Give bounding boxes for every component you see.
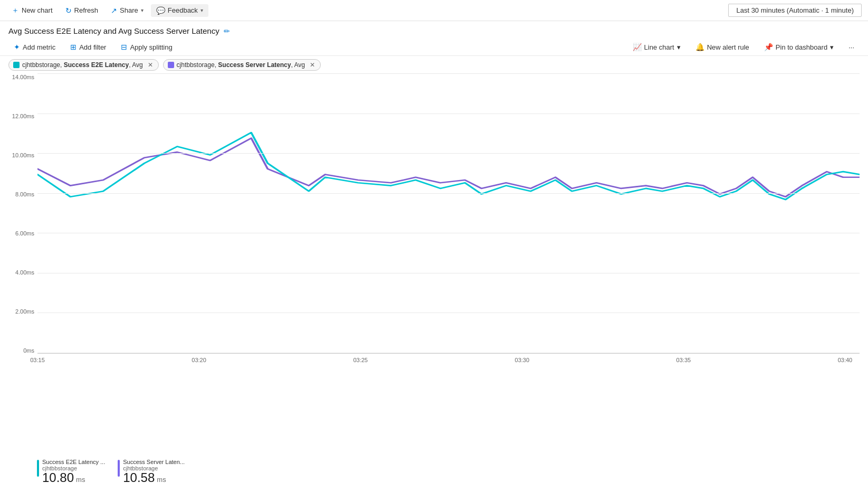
- refresh-icon: ↻: [65, 6, 72, 15]
- y-label-6: 6.00ms: [8, 230, 37, 236]
- toolbar: ＋ New chart ↻ Refresh ↗ Share ▾ 💬 Feedba…: [0, 0, 868, 21]
- plus-icon: ＋: [12, 6, 19, 15]
- chart-area: 0ms 2.00ms 4.00ms 6.00ms 8.00ms 10.00ms …: [8, 74, 860, 452]
- pill-close-e2e[interactable]: ✕: [148, 62, 153, 68]
- y-label-4: 4.00ms: [8, 269, 37, 276]
- pill-close-server[interactable]: ✕: [310, 62, 315, 68]
- legend-details-e2e: Success E2E Latency ... cjhtbbstorage 10…: [42, 459, 105, 486]
- pill-swatch-server: [168, 62, 174, 68]
- time-range-label: Last 30 minutes (Automatic · 1 minute): [736, 6, 854, 14]
- refresh-button[interactable]: ↻ Refresh: [60, 4, 104, 17]
- pill-text-e2e: cjhtbbstorage, Success E2E Latency, Avg: [22, 61, 143, 69]
- metric-controls: ✦ Add metric ⊞ Add filter ⊟ Apply splitt…: [0, 39, 868, 56]
- add-metric-icon: ✦: [14, 43, 20, 51]
- legend-details-server: Success Server Laten... cjhtbbstorage 10…: [123, 459, 185, 486]
- share-icon: ↗: [111, 6, 117, 15]
- x-label-0320: 03:20: [192, 357, 206, 363]
- line-chart-icon: 📈: [633, 43, 642, 51]
- metric-controls-right: 📈 Line chart ▾ 🔔 New alert rule 📌 Pin to…: [627, 41, 860, 53]
- feedback-label: Feedback: [168, 6, 198, 14]
- legend-swatch-server: [118, 460, 120, 477]
- x-label-0315: 03:15: [30, 357, 45, 363]
- metric-pills: cjhtbbstorage, Success E2E Latency, Avg …: [0, 56, 868, 74]
- feedback-button[interactable]: 💬 Feedback ▾: [151, 4, 208, 17]
- legend-value-server: 10.58: [123, 471, 155, 484]
- chart-svg: [37, 74, 860, 353]
- y-label-12: 12.00ms: [8, 113, 37, 119]
- feedback-icon: 💬: [156, 6, 165, 15]
- refresh-label: Refresh: [74, 6, 99, 14]
- chart-title: Avg Success E2E Latency and Avg Success …: [8, 26, 220, 35]
- grid-line-2: [37, 313, 860, 313]
- pin-caret: ▾: [830, 43, 834, 51]
- pin-to-dashboard-button[interactable]: 📌 Pin to dashboard ▾: [759, 41, 839, 53]
- y-label-2: 2.00ms: [8, 308, 37, 315]
- edit-icon[interactable]: ✏: [224, 27, 230, 35]
- x-label-0330: 03:30: [515, 357, 530, 363]
- legend-item-inner-server: Success Server Laten... cjhtbbstorage 10…: [118, 459, 185, 486]
- legend-name-server: Success Server Laten...: [123, 459, 185, 465]
- add-filter-button[interactable]: ⊞ Add filter: [65, 41, 111, 53]
- new-chart-button[interactable]: ＋ New chart: [6, 4, 58, 17]
- chart-title-bar: Avg Success E2E Latency and Avg Success …: [0, 21, 868, 39]
- apply-splitting-button[interactable]: ⊟ Apply splitting: [116, 41, 177, 53]
- legend-swatch-e2e: [37, 460, 39, 477]
- add-filter-icon: ⊞: [70, 43, 77, 51]
- legend-item-server: Success Server Laten... cjhtbbstorage 10…: [118, 459, 185, 486]
- chart-container: 0ms 2.00ms 4.00ms 6.00ms 8.00ms 10.00ms …: [8, 74, 860, 370]
- more-options-icon: ···: [848, 43, 854, 51]
- y-label-14: 14.00ms: [8, 74, 37, 80]
- line-chart-caret: ▾: [677, 43, 681, 51]
- add-filter-label: Add filter: [79, 43, 106, 51]
- grid-line-6: [37, 233, 860, 233]
- grid-line-4: [37, 273, 860, 273]
- pin-to-dashboard-label: Pin to dashboard: [776, 43, 827, 51]
- legend-unit-server: ms: [157, 474, 166, 486]
- share-caret: ▾: [141, 7, 144, 13]
- grid-line-8: [37, 193, 860, 194]
- splitting-icon: ⊟: [121, 43, 127, 51]
- legend-value-row-e2e: 10.80 ms: [42, 471, 105, 486]
- pin-icon: 📌: [764, 43, 773, 51]
- metric-pill-server: cjhtbbstorage, Success Server Latency, A…: [163, 59, 321, 71]
- share-label: Share: [120, 6, 138, 14]
- new-alert-rule-button[interactable]: 🔔 New alert rule: [690, 41, 755, 53]
- apply-splitting-label: Apply splitting: [130, 43, 172, 51]
- chart-inner: [37, 74, 860, 354]
- pill-swatch-e2e: [13, 62, 20, 68]
- feedback-caret: ▾: [201, 7, 203, 13]
- legend-item-e2e: Success E2E Latency ... cjhtbbstorage 10…: [37, 459, 105, 486]
- y-label-0: 0ms: [8, 347, 37, 354]
- y-label-8: 8.00ms: [8, 191, 37, 197]
- new-alert-rule-label: New alert rule: [707, 43, 749, 51]
- x-label-0325: 03:25: [353, 357, 368, 363]
- line-chart-button[interactable]: 📈 Line chart ▾: [627, 41, 686, 53]
- legend-value-row-server: 10.58 ms: [123, 471, 185, 486]
- metric-pill-e2e: cjhtbbstorage, Success E2E Latency, Avg …: [8, 59, 159, 71]
- grid-line-12: [37, 113, 860, 114]
- alert-icon: 🔔: [695, 43, 704, 51]
- chart-legend: Success E2E Latency ... cjhtbbstorage 10…: [0, 452, 868, 492]
- more-options-button[interactable]: ···: [843, 41, 860, 53]
- x-label-0335: 03:35: [676, 357, 691, 363]
- line-chart-label: Line chart: [644, 43, 674, 51]
- x-label-0340: 03:40: [838, 357, 853, 363]
- pill-text-server: cjhtbbstorage, Success Server Latency, A…: [177, 61, 305, 69]
- y-label-10: 10.00ms: [8, 152, 37, 158]
- grid-line-14: [37, 73, 860, 74]
- grid-line-0: [37, 353, 860, 353]
- share-button[interactable]: ↗ Share ▾: [106, 4, 149, 17]
- metric-controls-left: ✦ Add metric ⊞ Add filter ⊟ Apply splitt…: [8, 41, 178, 53]
- y-axis: 0ms 2.00ms 4.00ms 6.00ms 8.00ms 10.00ms …: [8, 74, 37, 354]
- legend-name-e2e: Success E2E Latency ...: [42, 459, 105, 465]
- grid-line-10: [37, 153, 860, 154]
- legend-item-inner-e2e: Success E2E Latency ... cjhtbbstorage 10…: [37, 459, 105, 486]
- add-metric-label: Add metric: [23, 43, 55, 51]
- time-range-button[interactable]: Last 30 minutes (Automatic · 1 minute): [728, 4, 862, 17]
- x-axis: 03:15 03:20 03:25 03:30 03:35 03:40: [37, 354, 860, 370]
- main-content: Avg Success E2E Latency and Avg Success …: [0, 21, 868, 492]
- add-metric-button[interactable]: ✦ Add metric: [8, 41, 61, 53]
- new-chart-label: New chart: [22, 6, 53, 14]
- legend-value-e2e: 10.80: [42, 471, 74, 484]
- legend-unit-e2e: ms: [76, 474, 85, 486]
